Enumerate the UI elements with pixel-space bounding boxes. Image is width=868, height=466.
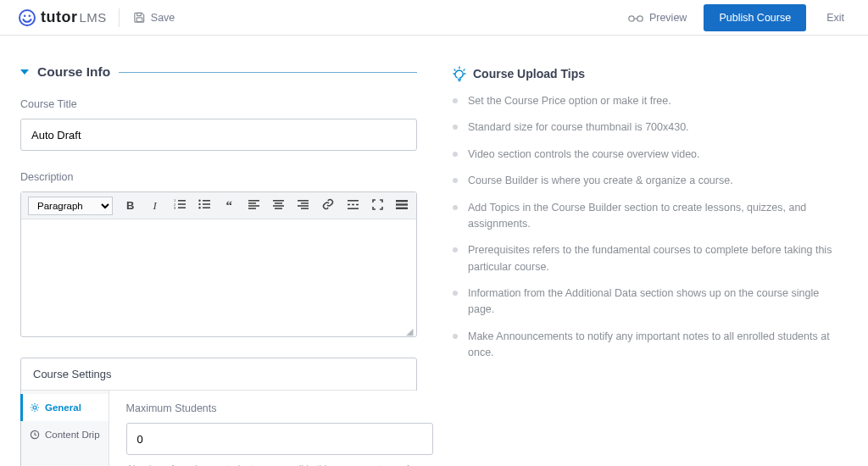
tip-item: Standard size for course thumbnail is 70… — [453, 119, 848, 146]
description-editor: Paragraph B I 123 “ — [20, 191, 417, 337]
svg-rect-32 — [348, 204, 350, 206]
bold-icon[interactable]: B — [123, 199, 137, 212]
save-label: Save — [151, 12, 175, 24]
svg-rect-30 — [301, 208, 309, 209]
publish-button[interactable]: Publish Course — [704, 4, 806, 31]
italic-icon[interactable]: I — [147, 199, 162, 213]
course-title-label: Course Title — [20, 98, 417, 110]
brand: tutorLMS — [19, 8, 107, 26]
svg-text:3: 3 — [174, 206, 176, 209]
tip-item: Video section controls the course overvi… — [453, 147, 848, 173]
toolbar-toggle-icon[interactable] — [395, 199, 409, 212]
svg-rect-25 — [273, 205, 284, 207]
section-rule — [119, 72, 417, 73]
svg-rect-24 — [275, 202, 282, 204]
svg-rect-9 — [178, 207, 186, 208]
settings-tabs: General Content Drip — [21, 391, 109, 466]
lightbulb-icon — [453, 66, 466, 81]
svg-rect-8 — [178, 203, 186, 205]
tip-item: Prerequisites refers to the fundamental … — [453, 242, 848, 286]
svg-point-39 — [33, 406, 36, 409]
svg-rect-34 — [356, 204, 359, 206]
editor-body[interactable] — [21, 219, 416, 326]
svg-point-14 — [198, 203, 200, 205]
clock-icon — [30, 430, 40, 440]
max-students-input[interactable] — [126, 423, 433, 455]
tip-item: Course Builder is where you create & org… — [453, 173, 848, 199]
block-format-select[interactable]: Paragraph — [28, 197, 113, 215]
editor-resize-handle[interactable]: ◢ — [21, 326, 416, 336]
align-left-icon[interactable] — [247, 199, 261, 212]
tip-item: Make Announcements to notify any importa… — [453, 329, 848, 372]
svg-rect-21 — [248, 205, 259, 207]
course-settings-card: Course Settings General — [20, 358, 417, 466]
section-header: Course Info — [20, 64, 417, 80]
link-icon[interactable] — [320, 198, 335, 213]
course-title-input[interactable] — [20, 119, 417, 151]
svg-rect-31 — [348, 200, 359, 202]
svg-rect-16 — [203, 200, 210, 202]
tip-item: Add Topics in the Course Builder section… — [453, 200, 848, 243]
topbar-right: Preview Publish Course Exit — [626, 4, 849, 31]
max-students-label: Maximum Students — [126, 402, 433, 414]
align-center-icon[interactable] — [271, 199, 286, 212]
tips-title: Course Upload Tips — [473, 67, 585, 80]
description-label: Description — [20, 171, 417, 183]
svg-rect-3 — [137, 13, 142, 15]
editor-toolbar: Paragraph B I 123 “ — [21, 192, 416, 219]
glasses-icon — [627, 13, 644, 23]
unordered-list-icon[interactable] — [198, 199, 212, 212]
topbar: tutorLMS Save Preview Publish Co — [0, 0, 868, 36]
svg-rect-38 — [396, 208, 408, 209]
svg-rect-35 — [348, 208, 359, 209]
tip-item: Information from the Additional Data sec… — [453, 286, 848, 329]
brand-name: tutorLMS — [41, 8, 107, 26]
svg-rect-4 — [136, 18, 142, 22]
svg-point-0 — [19, 10, 35, 25]
svg-rect-26 — [275, 208, 282, 209]
course-settings-title: Course Settings — [21, 358, 416, 391]
svg-rect-7 — [178, 200, 186, 202]
section-title: Course Info — [37, 64, 110, 80]
caret-down-icon[interactable] — [20, 69, 29, 75]
preview-label: Preview — [649, 12, 687, 24]
settings-panel-general: Maximum Students Number of maximum stude… — [109, 391, 450, 466]
svg-rect-37 — [396, 203, 408, 205]
svg-rect-28 — [301, 202, 309, 204]
floppy-icon — [133, 11, 146, 24]
align-right-icon[interactable] — [296, 199, 310, 212]
exit-button[interactable]: Exit — [821, 11, 849, 25]
tab-general-label: General — [45, 402, 81, 413]
tab-content-drip[interactable]: Content Drip — [21, 421, 108, 448]
insert-more-icon[interactable] — [346, 199, 360, 212]
tips-list: Set the Course Price option or make it f… — [453, 93, 848, 372]
tab-general[interactable]: General — [20, 394, 108, 421]
blockquote-icon[interactable]: “ — [222, 198, 236, 213]
fullscreen-icon[interactable] — [370, 199, 385, 213]
svg-rect-27 — [298, 200, 309, 202]
svg-point-2 — [29, 14, 31, 17]
svg-point-13 — [198, 200, 200, 202]
brand-icon — [19, 9, 36, 26]
ordered-list-icon[interactable]: 123 — [172, 199, 186, 212]
svg-point-6 — [637, 15, 643, 20]
svg-point-5 — [629, 15, 634, 20]
tab-content-drip-label: Content Drip — [45, 430, 100, 440]
svg-rect-29 — [298, 205, 309, 207]
save-button[interactable]: Save — [131, 8, 177, 27]
svg-rect-19 — [248, 200, 259, 202]
svg-point-15 — [198, 207, 200, 208]
preview-button[interactable]: Preview — [626, 8, 688, 27]
svg-rect-17 — [203, 203, 210, 205]
svg-rect-20 — [248, 202, 256, 204]
topbar-divider — [119, 8, 120, 27]
svg-rect-22 — [248, 208, 256, 209]
svg-rect-33 — [352, 204, 354, 206]
svg-rect-23 — [273, 200, 284, 202]
svg-rect-36 — [396, 200, 408, 202]
gear-icon — [30, 402, 40, 413]
tips-panel: Course Upload Tips Set the Course Price … — [453, 64, 848, 466]
svg-point-1 — [24, 14, 26, 17]
tip-item: Set the Course Price option or make it f… — [453, 93, 848, 119]
svg-rect-18 — [203, 207, 210, 208]
